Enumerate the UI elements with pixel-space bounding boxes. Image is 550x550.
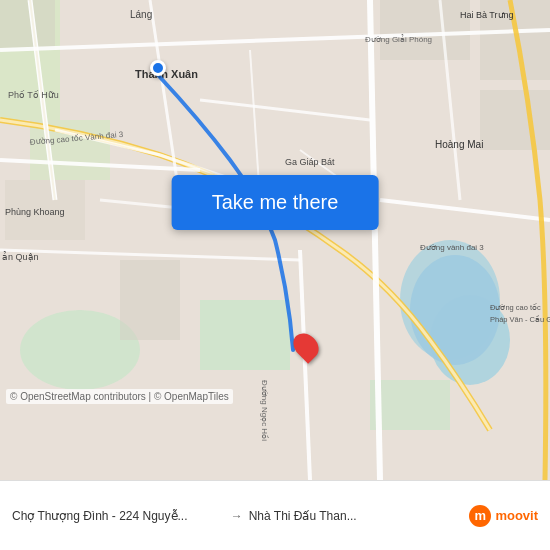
moovit-logo-icon: m xyxy=(469,505,491,527)
svg-rect-12 xyxy=(380,0,470,60)
map-container: Láng Thanh Xuân Phố Tố Hữu Đường cao tốc… xyxy=(0,0,550,480)
moovit-logo: m moovit xyxy=(469,505,538,527)
destination-text: Nhà Thi Đấu Than... xyxy=(249,509,357,523)
origin-info: Chợ Thượng Đình - 224 Nguyễ... xyxy=(12,509,225,523)
origin-text: Chợ Thượng Đình - 224 Nguyễ... xyxy=(12,509,188,523)
svg-rect-7 xyxy=(370,380,450,430)
svg-text:Đường Giải Phóng: Đường Giải Phóng xyxy=(365,34,432,44)
svg-text:Láng: Láng xyxy=(130,9,152,20)
moovit-logo-text: moovit xyxy=(495,508,538,523)
svg-text:Thanh Xuân: Thanh Xuân xyxy=(135,68,198,80)
svg-text:Ga Giáp Bát: Ga Giáp Bát xyxy=(285,157,335,167)
svg-rect-13 xyxy=(120,260,180,340)
svg-text:ản Quận: ản Quận xyxy=(2,251,39,262)
svg-text:Pháp Vân - Cầu Giẽ: Pháp Vân - Cầu Giẽ xyxy=(490,315,550,324)
svg-rect-11 xyxy=(480,90,550,150)
svg-text:Hoàng Mai: Hoàng Mai xyxy=(435,139,483,150)
svg-text:Đường Ngọc Hồi: Đường Ngọc Hồi xyxy=(260,380,269,441)
take-me-there-button[interactable]: Take me there xyxy=(172,175,379,230)
svg-text:Phùng Khoang: Phùng Khoang xyxy=(5,207,65,217)
destination-marker xyxy=(295,332,317,360)
arrow-icon: → xyxy=(231,509,243,523)
svg-point-8 xyxy=(410,255,500,365)
svg-rect-9 xyxy=(0,0,55,50)
svg-text:Đường vành đai 3: Đường vành đai 3 xyxy=(420,243,484,252)
map-attribution: © OpenStreetMap contributors | © OpenMap… xyxy=(6,389,233,404)
destination-info: Nhà Thi Đấu Than... xyxy=(249,509,462,523)
svg-text:Phố Tố Hữu: Phố Tố Hữu xyxy=(8,90,59,100)
svg-text:Đường cao tốc: Đường cao tốc xyxy=(490,303,541,312)
origin-marker xyxy=(150,60,166,76)
info-bar: Chợ Thượng Đình - 224 Nguyễ... → Nhà Thi… xyxy=(0,480,550,550)
svg-text:Hai Bà Trưng: Hai Bà Trưng xyxy=(460,10,514,20)
svg-rect-4 xyxy=(200,300,290,370)
button-overlay: Take me there xyxy=(172,175,379,230)
